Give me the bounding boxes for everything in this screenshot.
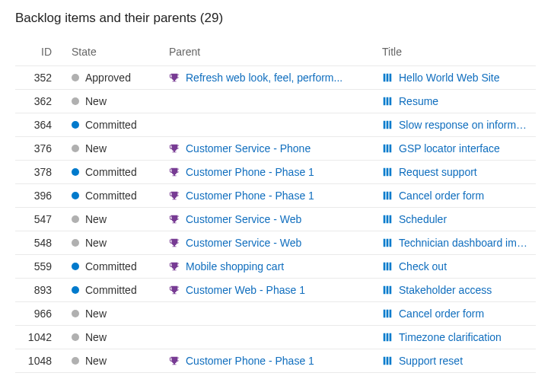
title-link[interactable]: Slow response on information form [399, 119, 531, 131]
cell-title: Request support [377, 161, 536, 184]
table-row[interactable]: 362 New Resume [15, 90, 536, 113]
table-row[interactable]: 378 Committed Customer Phone - Phase 1 R… [15, 161, 536, 184]
pbi-icon [382, 143, 393, 154]
svg-rect-4 [387, 97, 389, 106]
cell-title: Timezone clarification [377, 326, 536, 349]
table-row[interactable]: 1048 New Customer Phone - Phase 1 Suppor… [15, 349, 536, 373]
feature-icon [169, 190, 180, 201]
state-dot-icon [72, 286, 79, 294]
page-title: Backlog items and their parents (29) [15, 11, 536, 26]
svg-rect-37 [387, 357, 389, 365]
parent-link[interactable]: Customer Phone - Phase 1 [186, 190, 373, 202]
feature-icon [169, 237, 180, 248]
pbi-icon [382, 308, 393, 319]
cell-title: Resume [377, 90, 536, 113]
feature-icon [169, 261, 180, 272]
svg-rect-20 [390, 215, 392, 224]
svg-rect-17 [390, 192, 392, 200]
title-link[interactable]: Resume [399, 95, 531, 107]
cell-id: 364 [15, 113, 67, 137]
svg-rect-1 [387, 74, 389, 82]
svg-rect-18 [384, 215, 386, 224]
title-link[interactable]: Cancel order form [399, 190, 531, 202]
cell-state: New [67, 302, 164, 326]
cell-title: Hello World Web Site [377, 66, 536, 90]
cell-parent: Refresh web look, feel, perform... [164, 66, 377, 90]
state-text: New [85, 142, 107, 155]
table-row[interactable]: 376 New Customer Service - Phone GSP loc… [15, 137, 536, 161]
pbi-icon [382, 96, 393, 107]
title-link[interactable]: Technician dashboard improvements [399, 237, 531, 249]
table-row[interactable]: 548 New Customer Service - Web Technicia… [15, 231, 536, 255]
title-link[interactable]: Check out [399, 260, 531, 272]
table-row[interactable]: 559 Committed Mobile shopping cart Check… [15, 255, 536, 279]
parent-link[interactable]: Customer Service - Web [186, 213, 373, 225]
backlog-table: ID State Parent Title 352 Approved Refre… [15, 40, 536, 373]
svg-rect-11 [390, 145, 392, 153]
cell-parent [164, 90, 377, 113]
cell-id: 376 [15, 137, 67, 161]
cell-id: 1048 [15, 349, 67, 373]
cell-parent [164, 302, 377, 326]
title-link[interactable]: Stakeholder access [399, 284, 531, 296]
cell-id: 559 [15, 255, 67, 279]
pbi-icon [382, 120, 393, 130]
table-row[interactable]: 1042 New Timezone clarification [15, 326, 536, 349]
parent-link[interactable]: Customer Phone - Phase 1 [186, 355, 373, 367]
cell-id: 966 [15, 302, 67, 326]
header-state[interactable]: State [67, 40, 164, 66]
page-title-text: Backlog items and their parents [15, 11, 196, 25]
svg-rect-5 [390, 97, 392, 106]
title-link[interactable]: GSP locator interface [399, 142, 531, 155]
feature-icon [169, 143, 180, 154]
cell-id: 396 [15, 184, 67, 208]
state-dot-icon [72, 239, 79, 247]
state-dot-icon [72, 121, 79, 129]
cell-parent: Customer Web - Phase 1 [164, 279, 377, 302]
header-title[interactable]: Title [377, 40, 536, 66]
state-text: New [85, 355, 107, 367]
title-link[interactable]: Hello World Web Site [399, 72, 531, 84]
parent-link[interactable]: Mobile shopping cart [186, 260, 373, 272]
header-id[interactable]: ID [15, 40, 67, 66]
table-row[interactable]: 893 Committed Customer Web - Phase 1 Sta… [15, 279, 536, 302]
parent-link[interactable]: Customer Service - Phone [186, 142, 373, 155]
svg-rect-19 [387, 215, 389, 224]
pbi-icon [382, 355, 393, 366]
title-link[interactable]: Cancel order form [399, 308, 531, 320]
table-row[interactable]: 364 Committed Slow response on informati… [15, 113, 536, 137]
parent-link[interactable]: Customer Phone - Phase 1 [186, 166, 373, 178]
pbi-icon [382, 237, 393, 248]
svg-rect-2 [390, 74, 392, 82]
pbi-icon [382, 261, 393, 272]
svg-rect-6 [384, 121, 386, 129]
cell-parent [164, 113, 377, 137]
state-text: New [85, 308, 107, 320]
cell-parent [164, 326, 377, 349]
table-row[interactable]: 396 Committed Customer Phone - Phase 1 C… [15, 184, 536, 208]
title-link[interactable]: Timezone clarification [399, 331, 531, 343]
parent-link[interactable]: Customer Service - Web [186, 237, 373, 249]
svg-rect-9 [384, 145, 386, 153]
title-link[interactable]: Request support [399, 166, 531, 178]
pbi-icon [382, 214, 393, 225]
cell-id: 362 [15, 90, 67, 113]
title-link[interactable]: Scheduler [399, 213, 531, 225]
cell-id: 352 [15, 66, 67, 90]
table-row[interactable]: 352 Approved Refresh web look, feel, per… [15, 66, 536, 90]
state-dot-icon [72, 97, 79, 105]
cell-state: Committed [67, 255, 164, 279]
svg-rect-26 [390, 263, 392, 271]
cell-parent: Mobile shopping cart [164, 255, 377, 279]
cell-state: Committed [67, 279, 164, 302]
parent-link[interactable]: Customer Web - Phase 1 [186, 284, 373, 296]
svg-rect-29 [390, 286, 392, 295]
svg-rect-27 [384, 286, 386, 295]
table-row[interactable]: 966 New Cancel order form [15, 302, 536, 326]
table-row[interactable]: 547 New Customer Service - Web Scheduler [15, 208, 536, 231]
header-parent[interactable]: Parent [164, 40, 377, 66]
cell-parent: Customer Service - Web [164, 208, 377, 231]
parent-link[interactable]: Refresh web look, feel, perform... [186, 72, 373, 84]
svg-rect-33 [384, 333, 386, 342]
title-link[interactable]: Support reset [399, 355, 531, 367]
